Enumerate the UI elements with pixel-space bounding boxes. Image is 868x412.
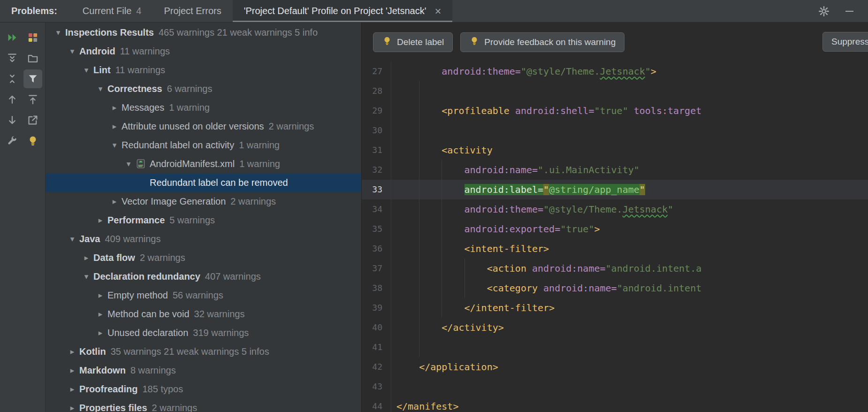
tree-row[interactable]: ▾Lint11 warnings — [46, 61, 361, 79]
line-number[interactable]: 36 — [362, 239, 391, 259]
inspections-tree[interactable]: ▾Inspections Results465 warnings 21 weak… — [46, 23, 361, 412]
tree-row[interactable]: ▾Android11 warnings — [46, 42, 361, 61]
tree-row[interactable]: ▸Attribute unused on older versions2 war… — [46, 117, 361, 136]
line-number[interactable]: 44 — [362, 397, 391, 412]
tree-row[interactable]: ▾Correctness6 warnings — [46, 79, 361, 98]
tree-row[interactable]: ▾Java409 warnings — [46, 229, 361, 248]
chevron-expanded-icon[interactable]: ▾ — [107, 140, 122, 150]
tab-profile-jetsnack[interactable]: 'Project Default' Profile on Project 'Je… — [233, 0, 453, 22]
tree-row[interactable]: Redundant label can be removed — [46, 173, 361, 192]
code-line[interactable]: 41 — [362, 337, 868, 357]
chevron-collapsed-icon[interactable]: ▸ — [93, 309, 107, 319]
chevron-collapsed-icon[interactable]: ▸ — [79, 253, 93, 263]
inspection-settings-button[interactable] — [3, 131, 22, 150]
collapse-all-button[interactable] — [3, 69, 22, 88]
code-line[interactable]: 40 </activity> — [362, 318, 868, 337]
tree-row[interactable]: ▾Declaration redundancy407 warnings — [46, 267, 361, 286]
chevron-collapsed-icon[interactable]: ▸ — [107, 197, 122, 206]
line-number[interactable]: 34 — [362, 199, 391, 219]
tree-row[interactable]: ▾MFAndroidManifest.xml1 warning — [46, 154, 361, 173]
tree-row[interactable]: ▸Performance5 warnings — [46, 211, 361, 229]
code-line[interactable]: 33 android:label="@string/app_name" — [362, 180, 868, 199]
suppress-button[interactable]: Suppress — [822, 32, 868, 52]
chevron-expanded-icon[interactable]: ▾ — [65, 234, 79, 244]
line-number[interactable]: 39 — [362, 298, 391, 318]
code-line[interactable]: 27 android:theme="@style/Theme.Jetsnack"… — [362, 61, 868, 81]
line-number[interactable]: 35 — [362, 219, 391, 239]
line-number[interactable]: 29 — [362, 101, 391, 121]
code-line[interactable]: 29 <profileable android:shell="true" too… — [362, 101, 868, 121]
provide-feedback-button[interactable]: Provide feedback on this warning — [460, 32, 624, 52]
close-tab-icon[interactable]: × — [434, 6, 441, 17]
chevron-expanded-icon[interactable]: ▾ — [65, 46, 79, 56]
tree-row[interactable]: ▸Markdown8 warnings — [46, 361, 361, 380]
chevron-collapsed-icon[interactable]: ▸ — [65, 347, 79, 357]
line-number[interactable]: 41 — [362, 337, 391, 357]
tree-row[interactable]: ▸Messages1 warning — [46, 98, 361, 117]
tab-project-errors[interactable]: Project Errors — [152, 0, 232, 22]
code-line[interactable]: 31 <activity — [362, 140, 868, 160]
hide-tool-window-icon[interactable] — [843, 5, 856, 18]
line-number[interactable]: 42 — [362, 357, 391, 377]
code-line[interactable]: 36 <intent-filter> — [362, 239, 868, 259]
code-line[interactable]: 34 android:theme="@style/Theme.Jetsnack" — [362, 199, 868, 219]
tree-row[interactable]: ▸Empty method56 warnings — [46, 286, 361, 305]
chevron-collapsed-icon[interactable]: ▸ — [65, 366, 79, 375]
code-line[interactable]: 35 android:exported="true"> — [362, 219, 868, 239]
delete-label-button[interactable]: Delete label — [373, 32, 453, 52]
line-number[interactable]: 38 — [362, 278, 391, 298]
chevron-collapsed-icon[interactable]: ▸ — [107, 103, 122, 113]
chevron-collapsed-icon[interactable]: ▸ — [93, 215, 107, 225]
line-number[interactable]: 27 — [362, 61, 391, 81]
settings-gear-icon[interactable] — [817, 5, 830, 18]
code-line[interactable]: 28 — [362, 81, 868, 101]
line-number[interactable]: 31 — [362, 140, 391, 160]
tree-row[interactable]: ▸Unused declaration319 warnings — [46, 323, 361, 342]
chevron-expanded-icon[interactable]: ▾ — [79, 272, 93, 282]
previous-problem-button[interactable] — [3, 90, 22, 109]
code-line[interactable]: 43 — [362, 377, 868, 397]
code-line[interactable]: 44</manifest> — [362, 397, 868, 412]
tree-row[interactable]: ▸Properties files2 warnings — [46, 398, 361, 412]
code-editor[interactable]: 27 android:theme="@style/Theme.Jetsnack"… — [362, 61, 868, 412]
code-line[interactable]: 37 <action android:name="android.intent.… — [362, 259, 868, 278]
code-line[interactable]: 42 </application> — [362, 357, 868, 377]
tree-row[interactable]: ▸Proofreading185 typos — [46, 380, 361, 398]
chevron-collapsed-icon[interactable]: ▸ — [65, 403, 79, 412]
group-by-directory-button[interactable] — [23, 49, 42, 68]
filter-button[interactable] — [23, 69, 42, 88]
tree-row[interactable]: ▸Vector Image Generation2 warnings — [46, 192, 361, 211]
tree-row[interactable]: ▾Redundant label on activity1 warning — [46, 136, 361, 154]
chevron-expanded-icon[interactable]: ▾ — [51, 28, 65, 38]
tree-row[interactable]: ▸Kotlin35 warnings 21 weak warnings 5 in… — [46, 342, 361, 361]
rerun-inspection-button[interactable] — [3, 28, 22, 47]
code-line[interactable]: 30 — [362, 121, 868, 140]
line-number[interactable]: 32 — [362, 160, 391, 180]
chevron-expanded-icon[interactable]: ▾ — [79, 65, 93, 75]
line-number[interactable]: 40 — [362, 318, 391, 337]
chevron-expanded-icon[interactable]: ▾ — [122, 159, 136, 169]
chevron-collapsed-icon[interactable]: ▸ — [107, 122, 122, 131]
line-number[interactable]: 33 — [362, 180, 391, 199]
chevron-collapsed-icon[interactable]: ▸ — [65, 384, 79, 394]
severity-overview-button[interactable] — [23, 28, 42, 47]
open-in-new-window-button[interactable] — [23, 111, 42, 130]
code-line[interactable]: 32 android:name=".ui.MainActivity" — [362, 160, 868, 180]
line-number[interactable]: 30 — [362, 121, 391, 140]
arrow-up-to-line-button[interactable] — [23, 90, 42, 109]
code-line[interactable]: 38 <category android:name="android.inten… — [362, 278, 868, 298]
line-number[interactable]: 37 — [362, 259, 391, 278]
tree-row[interactable]: ▸Method can be void32 warnings — [46, 305, 361, 323]
tab-current-file[interactable]: Current File4 — [71, 0, 153, 22]
expand-all-button[interactable] — [3, 49, 22, 68]
chevron-expanded-icon[interactable]: ▾ — [93, 84, 107, 94]
line-number[interactable]: 43 — [362, 377, 391, 397]
line-number[interactable]: 28 — [362, 81, 391, 101]
code-line[interactable]: 39 </intent-filter> — [362, 298, 868, 318]
tree-row[interactable]: ▸Data flow2 warnings — [46, 248, 361, 267]
quick-fix-button[interactable] — [23, 131, 42, 150]
chevron-collapsed-icon[interactable]: ▸ — [93, 328, 107, 338]
tree-row[interactable]: ▾Inspections Results465 warnings 21 weak… — [46, 23, 361, 42]
chevron-collapsed-icon[interactable]: ▸ — [93, 290, 107, 300]
next-problem-button[interactable] — [3, 111, 22, 130]
